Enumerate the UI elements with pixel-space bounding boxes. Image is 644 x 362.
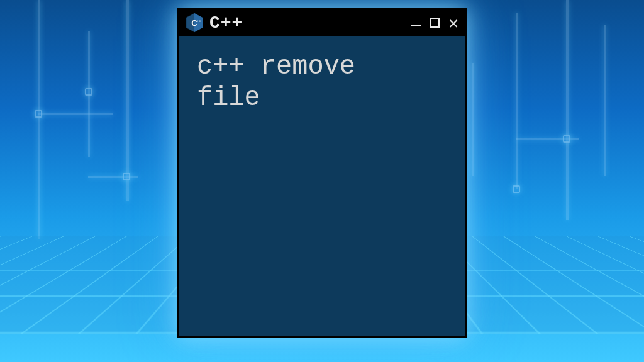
close-icon: ✕ (448, 14, 458, 31)
maximize-icon (430, 18, 440, 28)
terminal-window: C + + C++ ✕ c++ remove file (177, 8, 467, 338)
svg-text:+: + (199, 19, 201, 23)
titlebar[interactable]: C + + C++ ✕ (179, 9, 465, 36)
maximize-button[interactable] (430, 18, 440, 28)
cpp-logo-icon: C + + (186, 13, 203, 33)
close-button[interactable]: ✕ (448, 14, 458, 31)
window-controls: ✕ (411, 14, 458, 31)
minimize-button[interactable] (411, 19, 421, 26)
minimize-icon (411, 25, 421, 26)
svg-text:+: + (197, 19, 199, 23)
window-title: C++ (209, 13, 404, 33)
terminal-content: c++ remove file (179, 36, 465, 129)
